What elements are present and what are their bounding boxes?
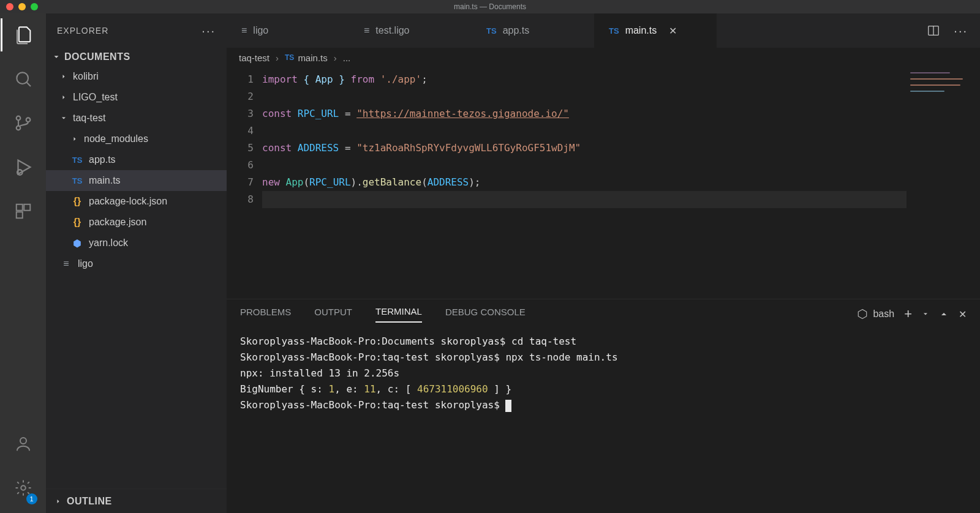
editor-tabs: ≡ligo ≡test.ligo TSapp.ts TSmain.ts✕ ··· bbox=[227, 13, 980, 48]
token-keyword: const bbox=[262, 108, 292, 119]
folder-ligo-test[interactable]: LIGO_test bbox=[46, 87, 227, 108]
run-debug-activity[interactable] bbox=[9, 153, 37, 181]
tab-main-ts[interactable]: TSmain.ts✕ bbox=[594, 13, 717, 48]
output-number: 11 bbox=[364, 383, 375, 395]
split-editor-button[interactable] bbox=[927, 24, 940, 37]
output-text: npx: installed 13 in 2.256s bbox=[240, 367, 399, 379]
terminal-profile[interactable]: bash bbox=[857, 309, 894, 320]
output-text: ] } bbox=[488, 383, 512, 395]
svg-line-1 bbox=[26, 82, 31, 86]
json-icon: {} bbox=[70, 196, 84, 207]
file-package-lock[interactable]: {}package-lock.json bbox=[46, 191, 227, 212]
folder-kolibri[interactable]: kolibri bbox=[46, 66, 227, 87]
minimap[interactable] bbox=[907, 67, 980, 299]
panel-tabs: PROBLEMS OUTPUT TERMINAL DEBUG CONSOLE b… bbox=[227, 299, 980, 329]
shell-icon bbox=[857, 309, 868, 320]
crumb-tail[interactable]: ... bbox=[343, 53, 351, 63]
close-panel-button[interactable]: ✕ bbox=[959, 309, 967, 320]
token-const: RPC_URL bbox=[309, 176, 350, 188]
terminal-output[interactable]: Skoroplyass-MacBook-Pro:Documents skorop… bbox=[227, 329, 980, 513]
extensions-activity[interactable] bbox=[9, 197, 37, 225]
svg-rect-7 bbox=[24, 204, 30, 211]
folder-taq-test[interactable]: taq-test bbox=[46, 108, 227, 129]
line-number: 7 bbox=[227, 174, 254, 191]
file-yarn-lock[interactable]: ⬢yarn.lock bbox=[46, 233, 227, 253]
file-tree: DOCUMENTS kolibri LIGO_test taq-test nod… bbox=[46, 48, 227, 489]
line-number: 3 bbox=[227, 105, 254, 122]
tree-label: LIGO_test bbox=[73, 92, 118, 103]
tab-ligo[interactable]: ≡ligo bbox=[227, 13, 349, 48]
folder-node-modules[interactable]: node_modules bbox=[46, 129, 227, 149]
crumb-root[interactable]: taq-test bbox=[239, 53, 270, 63]
window-title: main.ts — Documents bbox=[0, 2, 980, 11]
prompt-text: Skoroplyass-MacBook-Pro:taq-test skoropl… bbox=[240, 351, 505, 363]
output-text: , c: [ bbox=[376, 383, 417, 395]
tab-test-ligo[interactable]: ≡test.ligo bbox=[349, 13, 472, 48]
line-number: 4 bbox=[227, 122, 254, 140]
explorer-activity[interactable] bbox=[9, 21, 37, 49]
chevron-down-icon bbox=[60, 114, 67, 122]
crumb-file[interactable]: main.ts bbox=[298, 53, 327, 63]
sidebar-title: EXPLORER bbox=[57, 26, 108, 36]
code-editor[interactable]: 1 2 3 4 5 6 7 8 import { App } from './a… bbox=[227, 67, 980, 299]
tree-label: package-lock.json bbox=[89, 196, 167, 207]
accounts-activity[interactable] bbox=[9, 430, 37, 458]
output-text: BigNumber { s: bbox=[240, 383, 329, 395]
svg-point-0 bbox=[17, 72, 28, 84]
workspace-root[interactable]: DOCUMENTS bbox=[46, 48, 227, 66]
code-content[interactable]: import { App } from './app'; const RPC_U… bbox=[262, 67, 907, 299]
chevron-right-icon bbox=[71, 135, 78, 143]
explorer-sidebar: EXPLORER ··· DOCUMENTS kolibri LIGO_test… bbox=[46, 13, 227, 513]
file-icon: ≡ bbox=[59, 258, 73, 269]
tab-label: app.ts bbox=[503, 25, 530, 36]
line-gutter: 1 2 3 4 5 6 7 8 bbox=[227, 67, 262, 299]
bottom-panel: PROBLEMS OUTPUT TERMINAL DEBUG CONSOLE b… bbox=[227, 299, 980, 513]
svg-point-3 bbox=[16, 126, 20, 130]
settings-activity[interactable]: 1 bbox=[9, 474, 37, 502]
tree-label: kolibri bbox=[73, 71, 99, 82]
file-app-ts[interactable]: TSapp.ts bbox=[46, 149, 227, 170]
typescript-icon: TS bbox=[70, 155, 84, 165]
typescript-icon: TS bbox=[285, 53, 294, 62]
line-number: 1 bbox=[227, 71, 254, 88]
file-package-json[interactable]: {}package.json bbox=[46, 212, 227, 233]
new-terminal-button[interactable]: + bbox=[904, 306, 912, 322]
token-function: getBalance bbox=[363, 176, 421, 188]
tree-label: yarn.lock bbox=[89, 238, 128, 249]
close-tab-button[interactable]: ✕ bbox=[669, 25, 677, 37]
title-bar: main.ts — Documents bbox=[0, 0, 980, 13]
outline-label: OUTLINE bbox=[67, 496, 112, 507]
token-keyword: const bbox=[262, 142, 292, 154]
terminal-tab[interactable]: TERMINAL bbox=[375, 306, 422, 323]
chevron-up-icon[interactable] bbox=[939, 309, 949, 319]
token-string: './app' bbox=[380, 73, 421, 85]
command-text: cd taq-test bbox=[511, 335, 576, 347]
debug-console-tab[interactable]: DEBUG CONSOLE bbox=[445, 307, 526, 322]
search-activity[interactable] bbox=[9, 65, 37, 93]
token-string: "https://mainnet-tezos.giganode.io/" bbox=[356, 108, 569, 119]
output-tab[interactable]: OUTPUT bbox=[314, 307, 352, 322]
tree-label: taq-test bbox=[73, 113, 105, 124]
token-const: ADDRESS bbox=[428, 176, 469, 188]
token-keyword: from bbox=[351, 73, 375, 85]
output-number: 467311006960 bbox=[417, 383, 488, 395]
svg-point-2 bbox=[16, 116, 20, 121]
file-main-ts[interactable]: TSmain.ts bbox=[46, 170, 227, 191]
typescript-icon: TS bbox=[609, 26, 619, 36]
editor-more-button[interactable]: ··· bbox=[954, 24, 968, 38]
sidebar-more-button[interactable]: ··· bbox=[202, 24, 216, 38]
crumb-separator-icon: › bbox=[276, 53, 279, 63]
source-control-activity[interactable] bbox=[9, 109, 37, 137]
tab-app-ts[interactable]: TSapp.ts bbox=[472, 13, 594, 48]
outline-section[interactable]: OUTLINE bbox=[46, 489, 227, 513]
tab-label: test.ligo bbox=[375, 25, 409, 36]
problems-tab[interactable]: PROBLEMS bbox=[240, 307, 291, 322]
debug-icon bbox=[13, 157, 34, 178]
chevron-down-icon[interactable] bbox=[922, 310, 929, 318]
svg-rect-8 bbox=[16, 212, 22, 218]
file-ligo[interactable]: ≡ligo bbox=[46, 253, 227, 274]
branch-icon bbox=[13, 113, 33, 133]
file-icon: ≡ bbox=[364, 25, 369, 36]
token-identifier: { App } bbox=[303, 73, 344, 85]
breadcrumbs[interactable]: taq-test › TS main.ts › ... bbox=[227, 48, 980, 67]
